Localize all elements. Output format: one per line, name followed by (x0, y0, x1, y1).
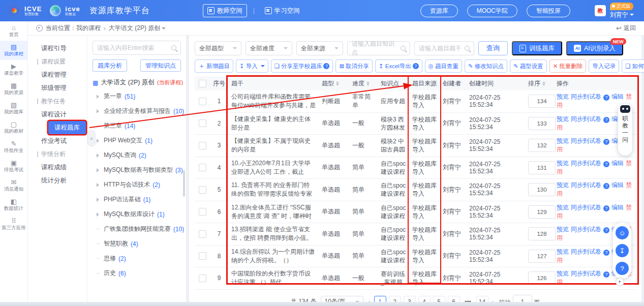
excel-export-button[interactable]: ↥Excel导出? (375, 59, 422, 73)
help-icon[interactable]: ? (603, 271, 609, 278)
row-checkbox[interactable] (199, 230, 206, 238)
rail-item-my-question-bank[interactable]: ▧我的题库 (0, 99, 27, 118)
tree-item[interactable]: 第三章(14) (93, 118, 181, 133)
sync-link[interactable]: 同步到试卷 (571, 226, 601, 233)
chevron-down-icon[interactable] (162, 27, 166, 32)
sort-by-type[interactable]: 题型 (319, 76, 349, 90)
row-checkbox[interactable] (199, 142, 206, 149)
smart-cast-button[interactable]: 智能投屏 (527, 5, 570, 17)
edit-knowledge-button[interactable]: ✎修改知识点 (465, 59, 507, 73)
preview-link[interactable]: 预览 (557, 93, 569, 100)
edit-link[interactable]: 编辑 (611, 93, 624, 100)
import-button[interactable]: ↧导入 (236, 59, 268, 73)
row-checkbox[interactable] (199, 98, 206, 105)
row-checkbox[interactable] (199, 164, 206, 171)
menu-course-question-bank[interactable]: 课程题库 (48, 121, 86, 134)
rail-item-messages[interactable]: ✉消息通知 (0, 176, 27, 195)
edit-link[interactable]: 编辑 (611, 181, 624, 189)
preview-link[interactable]: 预览 (557, 270, 569, 277)
tree-item[interactable]: 历史(6) (93, 266, 181, 281)
sync-link[interactable]: 同步到试卷 (571, 204, 601, 211)
sort-input[interactable] (528, 183, 556, 196)
rail-item-pending-homework[interactable]: ✎待批作业 (0, 137, 27, 157)
download-icon[interactable]: ↧ (616, 244, 629, 257)
sort-input[interactable] (528, 139, 556, 152)
row-checkbox[interactable] (199, 208, 206, 216)
expand-icon[interactable] (97, 168, 101, 172)
edit-link[interactable]: 编辑 (611, 160, 624, 167)
sync-link[interactable]: 同步到试卷 (571, 93, 601, 100)
expand-icon[interactable] (97, 109, 101, 113)
nav-teacher-space[interactable]: 教师空间 (203, 4, 247, 17)
sort-input[interactable] (528, 117, 556, 130)
help-icon[interactable]: ? (603, 117, 609, 123)
how-to-upload-button[interactable]: ❑如何上传题库? (622, 59, 644, 73)
row-checkbox[interactable] (199, 252, 206, 260)
sync-link[interactable]: 同步到试卷 (571, 248, 601, 255)
rail-item-pending-exams[interactable]: ▣待批考试 (0, 157, 27, 176)
expand-icon[interactable] (97, 183, 101, 187)
user-name[interactable]: 刘育宁 (610, 11, 634, 19)
rail-item-my-courses[interactable]: ▤我的课程 (0, 41, 27, 60)
rail-item-my-resources[interactable]: ▦我的资源 (0, 79, 27, 99)
sync-link[interactable]: 同步到试卷 (571, 181, 601, 189)
expand-icon[interactable] (97, 139, 101, 143)
back-button[interactable]: ↩返回 (616, 24, 636, 33)
preview-link[interactable]: 预览 (557, 160, 569, 167)
training-bank-button[interactable]: 训练题库 (512, 41, 562, 55)
menu-course-management[interactable]: 课程管理 (28, 68, 87, 81)
preview-link[interactable]: 预览 (557, 115, 569, 123)
tree-item[interactable]: 智慧职教(4) (93, 236, 181, 251)
tree-item[interactable]: MySQL数据库设计(1) (93, 207, 181, 222)
help-icon[interactable]: ? (603, 139, 609, 145)
tree-item[interactable]: PHP Web交互(1) (93, 133, 181, 148)
tree-item[interactable]: HTTP与会话技术(2) (93, 177, 181, 192)
expand-icon[interactable] (97, 154, 101, 158)
edit-link[interactable]: 编辑 (611, 204, 624, 211)
menu-homework-exams[interactable]: 作业考试 (28, 134, 87, 147)
expand-icon[interactable] (97, 212, 101, 217)
preview-link[interactable]: 预览 (557, 248, 569, 255)
menu-course-grades[interactable]: 课程成绩 (28, 161, 87, 174)
customer-service-icon[interactable]: ☺ (616, 226, 629, 239)
sort-by-order[interactable]: 排序 (525, 76, 554, 90)
tree-item[interactable]: 第一章(51) (93, 89, 181, 104)
question-type-select[interactable]: 全部题型 (195, 41, 241, 55)
mooc-academy-button[interactable]: MOOC学院 (467, 5, 517, 17)
sync-link[interactable]: 同步到试卷 (571, 115, 601, 123)
sort-input[interactable] (528, 95, 556, 108)
row-checkbox[interactable] (199, 186, 206, 194)
sort-input[interactable] (528, 271, 556, 285)
row-checkbox[interactable] (199, 274, 206, 282)
sync-link[interactable]: 同步到试卷 (571, 270, 601, 277)
help-icon[interactable]: ? (603, 250, 609, 256)
breadcrumb-parent[interactable]: 我的课程 (76, 24, 101, 33)
help-icon[interactable]: ? (603, 95, 609, 101)
help-icon[interactable]: ? (603, 227, 609, 233)
expand-icon[interactable] (97, 95, 101, 99)
row-checkbox[interactable] (199, 119, 206, 127)
preview-link[interactable]: 预览 (557, 226, 569, 233)
help-icon[interactable]: ? (603, 183, 609, 189)
menu-course-guide[interactable]: 课程引导 (28, 42, 87, 55)
help-icon[interactable]: ? (413, 63, 419, 69)
panel-collapse-handle[interactable]: « (87, 130, 96, 146)
sort-input[interactable] (528, 227, 556, 240)
resource-library-button[interactable]: 资源库 (420, 5, 458, 17)
manage-knowledge-button[interactable]: 管理知识点 (140, 59, 181, 72)
query-button[interactable]: 查询 (478, 41, 508, 55)
tree-item[interactable]: MySQL数据表与数据类型(3) (93, 163, 181, 177)
preview-link[interactable]: 预览 (557, 137, 569, 144)
rail-item-third-party[interactable]: ⠿第三方应用 (0, 215, 27, 234)
unshare-button[interactable]: ⊠取消分享 (335, 59, 373, 73)
rail-item-my-textbooks[interactable]: ▢我的教材 (0, 118, 27, 137)
assistant-widget[interactable]: 职 教 一 问 (618, 104, 632, 156)
tree-item[interactable]: 思修(2) (93, 251, 181, 266)
tree-search-input[interactable]: 请输入内容Enter搜索 (93, 41, 181, 55)
help-icon[interactable]: ? (603, 161, 609, 167)
user-area[interactable]: 教 正式版 刘育宁 (595, 3, 634, 19)
expand-icon[interactable] (97, 198, 101, 202)
scrollbar-thumb[interactable] (183, 170, 185, 197)
widget-collapse-icon[interactable] (616, 278, 624, 286)
help-icon[interactable]: ? (323, 63, 329, 69)
